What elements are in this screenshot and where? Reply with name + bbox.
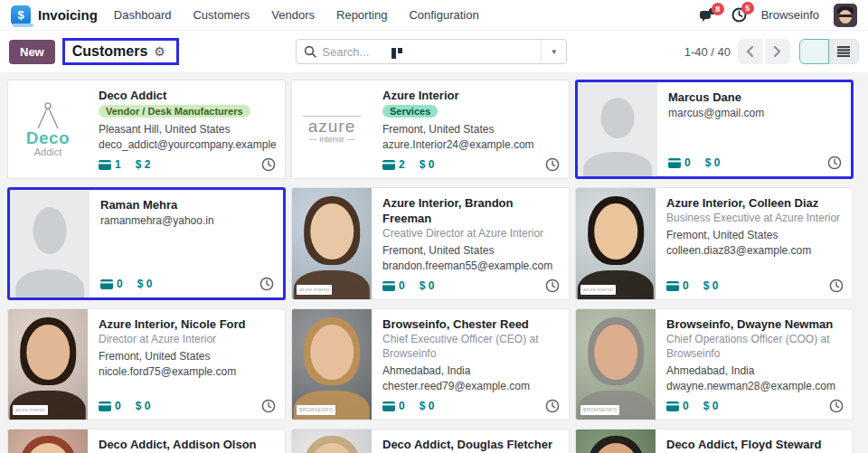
card-footer: 0 $ 0 (382, 393, 560, 413)
activities-badge: 5 (741, 2, 754, 14)
amount-stat[interactable]: $ 0 (420, 279, 435, 292)
activity-clock-icon[interactable] (261, 399, 276, 413)
invoicing-app-icon: $ (11, 5, 31, 25)
customer-card[interactable]: Deco Addict, Addison Olson Sales Represe… (7, 429, 286, 453)
app-brand[interactable]: $ Invoicing (11, 5, 98, 25)
kanban-view-button[interactable] (799, 39, 829, 64)
menu-item-vendors[interactable]: Vendors (271, 8, 315, 22)
amount-stat[interactable]: $ 0 (137, 278, 153, 290)
invoices-stat[interactable]: 0 (666, 279, 689, 292)
menu-item-customers[interactable]: Customers (193, 8, 250, 22)
invoice-card-icon (666, 281, 679, 291)
list-view-icon (837, 46, 850, 57)
customer-tag: Vendor / Desk Manufacturers (99, 105, 250, 118)
customer-location: Ahmedabad, India (666, 363, 844, 378)
amount-stat[interactable]: $ 0 (420, 158, 435, 171)
amount-stat[interactable]: $ 0 (420, 400, 435, 412)
search-dropdown-toggle[interactable]: ▼ (541, 40, 566, 63)
customer-card[interactable]: azure interior Azure Interior, Colleen D… (575, 187, 854, 300)
customer-job-title: Director at Azure Interior (99, 332, 276, 346)
search-input[interactable] (322, 45, 541, 59)
activity-clock-icon[interactable] (829, 399, 844, 413)
customer-name: Azure Interior (382, 88, 560, 103)
activity-clock-icon[interactable] (829, 278, 844, 293)
deco-addict-logo: DecoAddict (8, 80, 88, 178)
invoices-stat[interactable]: 0 (666, 400, 689, 412)
customer-card[interactable]: azure interior Azure Interior, Nicole Fo… (7, 308, 286, 420)
amount-stat[interactable]: $ 0 (705, 156, 721, 169)
caret-down-icon: ▼ (551, 48, 558, 56)
amount-stat[interactable]: $ 0 (136, 400, 151, 412)
user-avatar[interactable] (834, 4, 857, 27)
customer-email: azure.Interior24@example.com (382, 137, 560, 152)
messages-button[interactable]: 8 (700, 8, 717, 23)
invoices-stat[interactable]: 0 (382, 279, 405, 292)
menu-item-dashboard[interactable]: Dashboard (114, 8, 172, 22)
customer-email: dwayne.newman28@example.com (666, 379, 844, 393)
customer-email: deco_addict@yourcompany.example.com (99, 137, 276, 152)
user-name[interactable]: Browseinfo (761, 8, 819, 22)
customer-kanban: DecoAddict Deco Addict Vendor / Desk Man… (0, 72, 868, 453)
activity-clock-icon[interactable] (261, 157, 276, 172)
menu-item-configuration[interactable]: Configuration (409, 8, 478, 22)
gear-icon[interactable]: ⚙ (154, 44, 165, 59)
photo-watermark: BROWSEINFO (580, 405, 619, 415)
customer-card[interactable]: BROWSEINFO Browseinfo, Dwayne Newman Chi… (575, 308, 854, 420)
customer-email: nicole.ford75@example.com (99, 364, 276, 379)
invoices-stat[interactable]: 1 (99, 158, 121, 171)
new-button[interactable]: New (9, 40, 55, 64)
list-view-button[interactable] (829, 39, 859, 64)
customer-card[interactable]: Raman Mehra ramanmehra@yahoo.in 0 $ 0 (7, 187, 286, 300)
customer-email: chester.reed79@example.com (382, 379, 560, 393)
card-footer: 0 $ 0 (668, 150, 842, 170)
activities-button[interactable]: 5 (731, 7, 747, 23)
customer-avatar: BROWSEINFO (292, 309, 372, 420)
amount-stat[interactable]: $ 0 (703, 279, 719, 292)
dollar-icon: $ 0 (705, 156, 721, 169)
photo-watermark: azure interior (13, 405, 48, 415)
invoices-stat[interactable]: 0 (382, 400, 405, 412)
customer-card[interactable]: azure interior Azure Interior, Brandon F… (291, 187, 570, 300)
customer-card[interactable]: BROWSEINFO Browseinfo, Chester Reed Chie… (291, 308, 570, 420)
invoices-stat[interactable]: 0 (668, 156, 691, 169)
customer-email: brandon.freeman55@example.com (382, 259, 560, 273)
activity-clock-icon[interactable] (545, 278, 560, 293)
control-panel: New Customers ⚙ ▼ 1-40 / 40 (0, 31, 868, 72)
deco-compass-icon (34, 101, 61, 130)
invoices-stat[interactable]: 0 (99, 400, 121, 412)
activity-clock-icon[interactable] (259, 277, 274, 291)
card-footer: 0 $ 0 (99, 393, 276, 413)
amount-stat[interactable]: $ 2 (136, 158, 151, 171)
chevron-left-icon (746, 46, 754, 57)
card-footer: 0 $ 0 (666, 393, 844, 413)
activity-clock-icon[interactable] (545, 399, 560, 413)
chevron-right-icon (773, 46, 781, 57)
invoice-card-icon (668, 158, 681, 168)
customer-name: Browseinfo, Chester Reed (382, 316, 560, 332)
customer-name: Deco Addict (99, 88, 276, 103)
customer-card[interactable]: azure— interior — Azure Interior Service… (291, 80, 570, 179)
menu-item-reporting[interactable]: Reporting (336, 8, 387, 22)
customer-job-title: Creative Director at Azure Interior (382, 226, 560, 241)
customer-avatar: azure interior (576, 188, 656, 299)
invoices-stat[interactable]: 2 (382, 158, 405, 171)
customer-card[interactable]: Deco Addict, Floyd Steward Analyst at De… (575, 429, 854, 453)
customer-card[interactable]: Marcus Dane marcus@gmail.com 0 $ 0 (575, 80, 854, 179)
amount-stat[interactable]: $ 0 (703, 400, 719, 412)
azure-interior-logo: azure— interior — (292, 80, 372, 178)
pager-previous-button[interactable] (738, 39, 763, 64)
dollar-icon: $ 0 (703, 279, 719, 292)
activity-clock-icon[interactable] (545, 157, 560, 172)
photo-watermark: BROWSEINFO (297, 405, 335, 415)
invoices-stat[interactable]: 0 (100, 278, 123, 290)
customer-job-title: Chief Executive Officer (CEO) at Browsei… (382, 332, 560, 361)
pager-next-button[interactable] (765, 39, 790, 64)
activity-clock-icon[interactable] (827, 156, 842, 170)
card-footer: 0 $ 0 (100, 271, 274, 291)
customer-card[interactable]: DecoAddict Deco Addict Vendor / Desk Man… (7, 80, 286, 179)
customer-email: marcus@gmail.com (668, 106, 842, 120)
customer-name: Azure Interior, Colleen Diaz (666, 195, 844, 211)
customer-location: Fremont, United States (382, 243, 560, 258)
card-footer: 0 $ 0 (382, 273, 560, 293)
customer-card[interactable]: Deco Addict, Douglas Fletcher Functional… (291, 429, 570, 453)
